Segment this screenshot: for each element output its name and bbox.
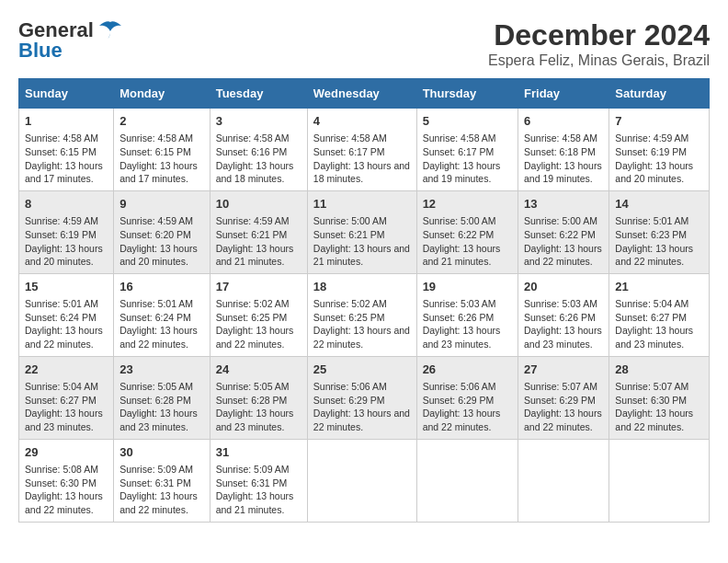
calendar-cell xyxy=(416,439,518,522)
page-title: December 2024 xyxy=(488,18,710,52)
day-number: 28 xyxy=(615,362,703,378)
calendar-cell: 31Sunrise: 5:09 AMSunset: 6:31 PMDayligh… xyxy=(210,439,307,522)
day-info: Sunrise: 5:04 AMSunset: 6:27 PMDaylight:… xyxy=(615,297,703,351)
day-info: Sunrise: 4:59 AMSunset: 6:20 PMDaylight:… xyxy=(119,214,204,269)
header-sunday: Sunday xyxy=(19,79,114,109)
day-info: Sunrise: 5:06 AMSunset: 6:29 PMDaylight:… xyxy=(313,380,411,434)
day-info: Sunrise: 5:00 AMSunset: 6:22 PMDaylight:… xyxy=(524,214,603,269)
calendar-cell xyxy=(609,439,710,522)
calendar-cell: 27Sunrise: 5:07 AMSunset: 6:29 PMDayligh… xyxy=(518,356,609,439)
calendar-cell: 11Sunrise: 5:00 AMSunset: 6:21 PMDayligh… xyxy=(307,190,416,273)
calendar-table: SundayMondayTuesdayWednesdayThursdayFrid… xyxy=(18,78,710,523)
day-info: Sunrise: 4:58 AMSunset: 6:18 PMDaylight:… xyxy=(524,132,603,186)
calendar-cell: 9Sunrise: 4:59 AMSunset: 6:20 PMDaylight… xyxy=(114,190,210,273)
calendar-cell: 17Sunrise: 5:02 AMSunset: 6:25 PMDayligh… xyxy=(210,273,307,356)
calendar-cell: 5Sunrise: 4:58 AMSunset: 6:17 PMDaylight… xyxy=(416,109,518,191)
calendar-cell: 20Sunrise: 5:03 AMSunset: 6:26 PMDayligh… xyxy=(518,273,609,356)
day-info: Sunrise: 5:04 AMSunset: 6:27 PMDaylight:… xyxy=(25,380,108,434)
calendar-cell: 16Sunrise: 5:01 AMSunset: 6:24 PMDayligh… xyxy=(114,273,210,356)
header-wednesday: Wednesday xyxy=(307,79,416,109)
day-info: Sunrise: 5:01 AMSunset: 6:23 PMDaylight:… xyxy=(615,214,703,269)
day-number: 19 xyxy=(423,279,512,295)
day-number: 12 xyxy=(423,196,512,213)
day-number: 4 xyxy=(313,113,411,130)
day-number: 22 xyxy=(25,362,108,378)
day-info: Sunrise: 4:58 AMSunset: 6:15 PMDaylight:… xyxy=(25,132,108,186)
calendar-cell: 6Sunrise: 4:58 AMSunset: 6:18 PMDaylight… xyxy=(518,109,609,191)
day-number: 18 xyxy=(313,279,411,295)
day-number: 29 xyxy=(25,444,108,461)
calendar-week-row: 8Sunrise: 4:59 AMSunset: 6:19 PMDaylight… xyxy=(19,190,710,273)
calendar-cell xyxy=(518,439,609,522)
day-info: Sunrise: 4:59 AMSunset: 6:19 PMDaylight:… xyxy=(615,132,703,186)
day-info: Sunrise: 4:58 AMSunset: 6:15 PMDaylight:… xyxy=(119,132,204,186)
calendar-cell: 1Sunrise: 4:58 AMSunset: 6:15 PMDaylight… xyxy=(19,109,114,191)
calendar-cell: 8Sunrise: 4:59 AMSunset: 6:19 PMDaylight… xyxy=(19,190,114,273)
calendar-cell: 21Sunrise: 5:04 AMSunset: 6:27 PMDayligh… xyxy=(609,273,710,356)
day-number: 16 xyxy=(119,279,204,295)
calendar-cell: 26Sunrise: 5:06 AMSunset: 6:29 PMDayligh… xyxy=(416,356,518,439)
calendar-cell: 19Sunrise: 5:03 AMSunset: 6:26 PMDayligh… xyxy=(416,273,518,356)
calendar-cell: 24Sunrise: 5:05 AMSunset: 6:28 PMDayligh… xyxy=(210,356,307,439)
day-number: 15 xyxy=(25,279,108,295)
day-info: Sunrise: 5:07 AMSunset: 6:29 PMDaylight:… xyxy=(524,380,603,434)
day-number: 5 xyxy=(423,113,512,130)
day-info: Sunrise: 5:03 AMSunset: 6:26 PMDaylight:… xyxy=(423,297,512,351)
day-info: Sunrise: 4:58 AMSunset: 6:16 PMDaylight:… xyxy=(216,132,301,186)
calendar-cell: 22Sunrise: 5:04 AMSunset: 6:27 PMDayligh… xyxy=(19,356,114,439)
calendar-week-row: 22Sunrise: 5:04 AMSunset: 6:27 PMDayligh… xyxy=(19,356,710,439)
day-info: Sunrise: 5:01 AMSunset: 6:24 PMDaylight:… xyxy=(119,297,204,351)
day-info: Sunrise: 5:07 AMSunset: 6:30 PMDaylight:… xyxy=(615,380,703,434)
header-saturday: Saturday xyxy=(609,79,710,109)
logo-bird-icon xyxy=(97,20,123,40)
calendar-cell: 23Sunrise: 5:05 AMSunset: 6:28 PMDayligh… xyxy=(114,356,210,439)
calendar-cell: 14Sunrise: 5:01 AMSunset: 6:23 PMDayligh… xyxy=(609,190,710,273)
logo: General Blue xyxy=(18,18,123,63)
day-number: 6 xyxy=(524,113,603,130)
day-number: 30 xyxy=(119,444,204,461)
page-header: General Blue December 2024 Espera Feliz,… xyxy=(18,18,710,69)
calendar-cell: 10Sunrise: 4:59 AMSunset: 6:21 PMDayligh… xyxy=(210,190,307,273)
day-number: 23 xyxy=(119,362,204,378)
day-info: Sunrise: 4:58 AMSunset: 6:17 PMDaylight:… xyxy=(423,132,512,186)
calendar-cell xyxy=(307,439,416,522)
calendar-week-row: 29Sunrise: 5:08 AMSunset: 6:30 PMDayligh… xyxy=(19,439,710,522)
title-section: December 2024 Espera Feliz, Minas Gerais… xyxy=(488,18,710,69)
day-number: 1 xyxy=(25,113,108,130)
day-number: 2 xyxy=(119,113,204,130)
calendar-cell: 12Sunrise: 5:00 AMSunset: 6:22 PMDayligh… xyxy=(416,190,518,273)
calendar-cell: 25Sunrise: 5:06 AMSunset: 6:29 PMDayligh… xyxy=(307,356,416,439)
day-number: 17 xyxy=(216,279,301,295)
day-info: Sunrise: 4:58 AMSunset: 6:17 PMDaylight:… xyxy=(313,132,411,186)
day-number: 8 xyxy=(25,196,108,213)
logo-text-blue: Blue xyxy=(18,39,63,63)
calendar-cell: 2Sunrise: 4:58 AMSunset: 6:15 PMDaylight… xyxy=(114,109,210,191)
day-info: Sunrise: 5:08 AMSunset: 6:30 PMDaylight:… xyxy=(25,463,108,517)
calendar-cell: 4Sunrise: 4:58 AMSunset: 6:17 PMDaylight… xyxy=(307,109,416,191)
calendar-cell: 7Sunrise: 4:59 AMSunset: 6:19 PMDaylight… xyxy=(609,109,710,191)
day-info: Sunrise: 5:02 AMSunset: 6:25 PMDaylight:… xyxy=(216,297,301,351)
calendar-header-row: SundayMondayTuesdayWednesdayThursdayFrid… xyxy=(19,79,710,109)
day-info: Sunrise: 4:59 AMSunset: 6:21 PMDaylight:… xyxy=(216,214,301,269)
day-info: Sunrise: 5:09 AMSunset: 6:31 PMDaylight:… xyxy=(216,463,301,517)
calendar-week-row: 1Sunrise: 4:58 AMSunset: 6:15 PMDaylight… xyxy=(19,109,710,191)
calendar-cell: 3Sunrise: 4:58 AMSunset: 6:16 PMDaylight… xyxy=(210,109,307,191)
header-monday: Monday xyxy=(114,79,210,109)
header-friday: Friday xyxy=(518,79,609,109)
day-info: Sunrise: 5:03 AMSunset: 6:26 PMDaylight:… xyxy=(524,297,603,351)
calendar-cell: 30Sunrise: 5:09 AMSunset: 6:31 PMDayligh… xyxy=(114,439,210,522)
header-tuesday: Tuesday xyxy=(210,79,307,109)
day-number: 14 xyxy=(615,196,703,213)
day-number: 7 xyxy=(615,113,703,130)
calendar-cell: 15Sunrise: 5:01 AMSunset: 6:24 PMDayligh… xyxy=(19,273,114,356)
day-info: Sunrise: 5:02 AMSunset: 6:25 PMDaylight:… xyxy=(313,297,411,351)
day-number: 9 xyxy=(119,196,204,213)
day-info: Sunrise: 5:05 AMSunset: 6:28 PMDaylight:… xyxy=(119,380,204,434)
day-number: 11 xyxy=(313,196,411,213)
calendar-cell: 29Sunrise: 5:08 AMSunset: 6:30 PMDayligh… xyxy=(19,439,114,522)
day-info: Sunrise: 5:01 AMSunset: 6:24 PMDaylight:… xyxy=(25,297,108,351)
day-number: 21 xyxy=(615,279,703,295)
calendar-cell: 13Sunrise: 5:00 AMSunset: 6:22 PMDayligh… xyxy=(518,190,609,273)
day-info: Sunrise: 5:00 AMSunset: 6:21 PMDaylight:… xyxy=(313,214,411,269)
day-number: 24 xyxy=(216,362,301,378)
